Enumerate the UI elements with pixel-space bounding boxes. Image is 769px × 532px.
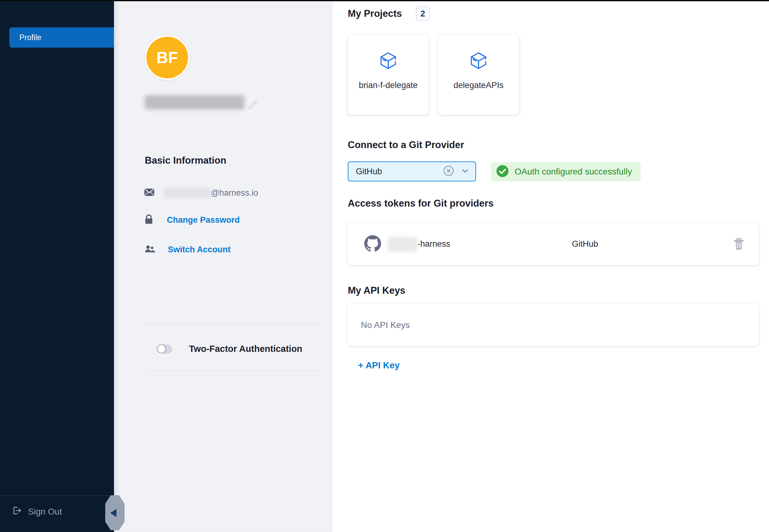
git-provider-select[interactable]: GitHub [348, 161, 476, 181]
api-keys-empty-card: No API Keys [348, 304, 759, 346]
toggle-knob [157, 344, 166, 353]
git-provider-selected-value: GitHub [356, 167, 443, 176]
github-octocat-icon [364, 235, 381, 253]
project-card-brian-f-delegate[interactable]: brian-f-delegate [348, 35, 429, 115]
token-username-redacted [388, 237, 418, 252]
switch-account-row: Switch Account [144, 244, 231, 255]
two-factor-row: Two-Factor Authentication [157, 344, 302, 354]
divider [145, 324, 322, 324]
sidebar-divider [0, 495, 114, 496]
email-prefix-redacted [163, 188, 211, 198]
edit-name-button[interactable] [247, 98, 259, 111]
user-name-redacted [145, 95, 244, 110]
my-api-keys-title: My API Keys [348, 285, 406, 296]
sign-out-button[interactable]: Sign Out [12, 506, 62, 518]
divider [145, 370, 322, 371]
cube-project-icon [469, 51, 489, 72]
change-password-row: Change Password [144, 214, 240, 226]
email-row: @harness.io [144, 188, 258, 198]
avatar[interactable]: BF [145, 35, 190, 80]
trash-icon[interactable] [733, 238, 745, 251]
sidebar: Profile Sign Out [0, 0, 114, 532]
sidebar-collapse-handle[interactable] [105, 495, 124, 530]
add-api-key-button[interactable]: + API Key [358, 360, 400, 371]
clear-circle-x-icon[interactable] [443, 165, 454, 178]
basic-information-title: Basic Information [145, 155, 226, 166]
edit-pencil-icon [247, 106, 259, 112]
sign-out-icon [12, 506, 22, 518]
chevron-down-icon[interactable] [461, 167, 469, 176]
projects-count-badge: 2 [416, 6, 430, 21]
switch-users-icon [144, 244, 155, 255]
sidebar-item-profile-label: Profile [19, 33, 41, 42]
email-domain: @harness.io [211, 188, 258, 198]
window-top-edge [0, 0, 769, 1]
oauth-status-text: OAuth configured successfully [515, 167, 632, 177]
project-card-delegateapis[interactable]: delegateAPIs [438, 35, 519, 115]
access-tokens-title: Access tokens for Git providers [348, 198, 494, 209]
oauth-status-badge: OAuth configured successfully [491, 162, 641, 181]
token-name-suffix: -harness [418, 239, 450, 249]
token-provider: GitHub [572, 239, 598, 249]
project-name: brian-f-delegate [359, 81, 418, 90]
access-token-row: -harness GitHub [348, 223, 759, 265]
switch-account-link[interactable]: Switch Account [168, 245, 231, 254]
collapse-arrow-icon [110, 509, 116, 517]
no-api-keys-text: No API Keys [361, 320, 410, 330]
sidebar-item-profile[interactable]: Profile [9, 27, 114, 48]
mail-icon [144, 188, 154, 198]
profile-panel [114, 0, 332, 532]
two-factor-label: Two-Factor Authentication [189, 344, 302, 354]
check-circle-icon [496, 165, 509, 179]
two-factor-toggle[interactable] [157, 345, 172, 353]
lock-icon [144, 214, 153, 226]
my-projects-title: My Projects [348, 8, 402, 19]
git-provider-title: Connect to a Git Provider [348, 139, 464, 151]
avatar-initials: BF [156, 48, 178, 67]
change-password-link[interactable]: Change Password [167, 215, 240, 225]
project-name: delegateAPIs [454, 81, 504, 90]
sign-out-label: Sign Out [28, 507, 62, 517]
cube-project-icon [378, 51, 398, 72]
